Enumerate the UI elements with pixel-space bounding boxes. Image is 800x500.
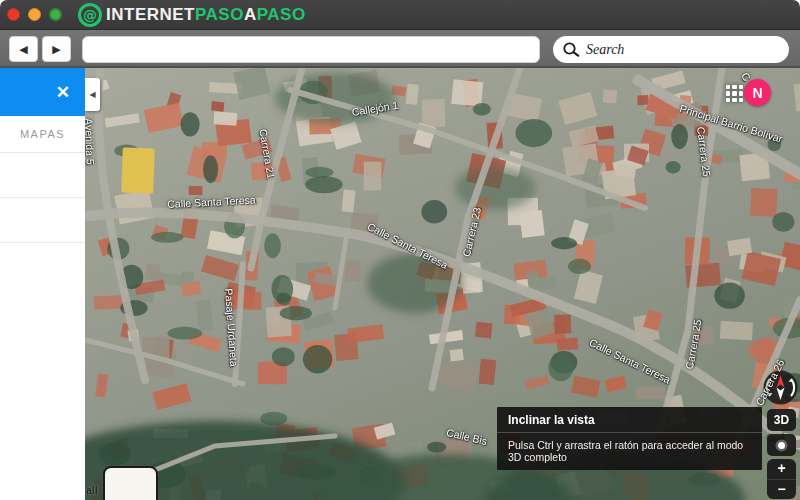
forward-button[interactable]: ▶ (42, 36, 71, 62)
tooltip-title: Inclinar la vista (497, 407, 762, 433)
maps-sidebar: ✕ MAPAS (0, 68, 85, 500)
maximize-window-button[interactable] (49, 8, 62, 21)
browser-window: @ INTERNETPASOAPASO ◀ ▶ Search ✕ MAPAS (0, 0, 800, 500)
location-dot-icon (778, 442, 785, 449)
search-box[interactable]: Search (553, 36, 789, 63)
brand-green1: PASO (195, 5, 244, 24)
brand-logo: @ INTERNETPASOAPASO (78, 3, 306, 27)
sidebar-item-mapas[interactable]: MAPAS (0, 116, 85, 153)
compass-control[interactable] (762, 369, 799, 406)
sidebar-header: ✕ (0, 68, 85, 116)
apps-grid-icon[interactable] (726, 85, 743, 102)
browser-toolbar: ◀ ▶ Search (0, 30, 800, 68)
zoom-in-button[interactable]: + (767, 459, 796, 479)
search-placeholder: Search (586, 42, 624, 58)
yellow-building (121, 147, 155, 193)
mode-3d-button[interactable]: 3D (767, 409, 796, 431)
brand-title: INTERNETPASOAPASO (106, 5, 306, 25)
pegman-location-button[interactable] (767, 434, 796, 456)
address-bar[interactable] (82, 36, 540, 63)
tooltip-body: Pulsa Ctrl y arrastra el ratón para acce… (497, 433, 762, 470)
zoom-control: + − (767, 459, 796, 499)
search-icon (562, 41, 580, 59)
sidebar-collapse-tab[interactable]: ◀ (85, 78, 100, 111)
zoom-out-button[interactable]: − (767, 479, 796, 500)
back-button[interactable]: ◀ (9, 36, 38, 62)
brand-mid: A (244, 5, 257, 24)
minimap-box[interactable] (103, 466, 158, 500)
minimize-window-button[interactable] (28, 8, 41, 21)
brand-green2: PASO (257, 5, 306, 24)
sidebar-empty-row (0, 153, 85, 198)
sidebar-empty-row (0, 198, 85, 243)
brand-at-icon: @ (78, 3, 102, 27)
tilt-tooltip: Inclinar la vista Pulsa Ctrl y arrastra … (497, 407, 762, 470)
window-controls (7, 8, 62, 21)
close-window-button[interactable] (7, 8, 20, 21)
title-bar: @ INTERNETPASOAPASO (0, 0, 800, 30)
map-canvas[interactable]: ◀ N 3D + − Inclinar la vista Pulsa Ctrl … (85, 68, 800, 500)
close-icon[interactable]: ✕ (56, 84, 70, 101)
brand-prefix: INTERNET (106, 5, 195, 24)
account-avatar[interactable]: N (744, 79, 771, 106)
